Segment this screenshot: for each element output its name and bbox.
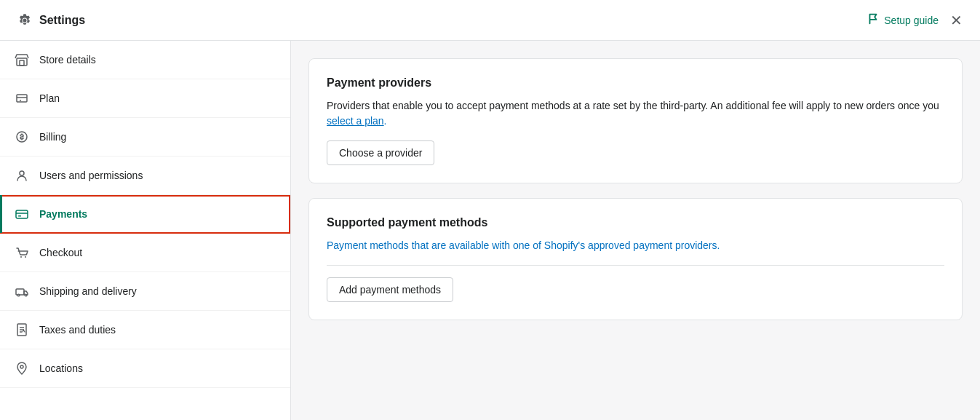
sidebar-label-billing: Billing bbox=[39, 131, 66, 143]
flag-icon bbox=[867, 12, 880, 28]
svg-point-10 bbox=[25, 256, 26, 258]
svg-point-18 bbox=[20, 365, 23, 368]
header-title: Settings bbox=[39, 14, 85, 27]
sidebar-label-shipping: Shipping and delivery bbox=[39, 285, 137, 297]
sidebar-item-locations[interactable]: Locations bbox=[0, 349, 290, 388]
supported-payment-description: Payment methods that are available with … bbox=[327, 238, 944, 253]
billing-icon bbox=[15, 130, 29, 144]
svg-rect-11 bbox=[16, 289, 24, 295]
shipping-icon bbox=[15, 284, 29, 298]
choose-provider-button[interactable]: Choose a provider bbox=[327, 140, 434, 165]
svg-rect-1 bbox=[20, 60, 24, 66]
desc-suffix: . bbox=[384, 115, 387, 127]
sidebar-item-plan[interactable]: Plan bbox=[0, 79, 290, 118]
select-plan-link[interactable]: select a plan bbox=[327, 115, 384, 127]
sidebar-label-users: Users and permissions bbox=[39, 170, 143, 181]
supported-payment-title: Supported payment methods bbox=[327, 216, 944, 229]
main-content: Payment providers Providers that enable … bbox=[291, 41, 980, 420]
header-right: Setup guide ✕ bbox=[867, 12, 963, 29]
users-icon bbox=[15, 168, 29, 183]
desc-prefix: Providers that enable you to accept paym… bbox=[327, 100, 939, 111]
payment-providers-card: Payment providers Providers that enable … bbox=[308, 58, 963, 183]
svg-rect-8 bbox=[18, 215, 21, 217]
setup-guide-button[interactable]: Setup guide bbox=[867, 12, 939, 28]
supported-payment-methods-card: Supported payment methods Payment method… bbox=[308, 198, 963, 320]
sidebar-label-plan: Plan bbox=[39, 92, 60, 104]
close-icon: ✕ bbox=[950, 12, 963, 29]
svg-rect-2 bbox=[17, 95, 27, 102]
payments-icon bbox=[15, 207, 29, 221]
sidebar-item-billing[interactable]: Billing bbox=[0, 118, 290, 156]
close-button[interactable]: ✕ bbox=[950, 12, 963, 29]
header-left: Settings bbox=[17, 13, 85, 28]
sidebar-label-locations: Locations bbox=[39, 362, 83, 374]
main-layout: Store details Plan Billing bbox=[0, 41, 980, 420]
sidebar-item-taxes[interactable]: Taxes and duties bbox=[0, 311, 290, 349]
taxes-icon bbox=[15, 322, 29, 337]
sidebar-item-payments[interactable]: Payments bbox=[0, 195, 290, 234]
svg-rect-7 bbox=[16, 210, 28, 218]
svg-point-9 bbox=[20, 256, 22, 258]
sidebar-item-store-details[interactable]: Store details bbox=[0, 41, 290, 79]
sidebar: Store details Plan Billing bbox=[0, 41, 291, 420]
store-icon bbox=[15, 52, 29, 67]
checkout-icon bbox=[15, 245, 29, 260]
gear-icon bbox=[17, 13, 32, 28]
add-payment-methods-button[interactable]: Add payment methods bbox=[327, 277, 453, 302]
svg-rect-0 bbox=[17, 58, 27, 66]
svg-point-6 bbox=[20, 171, 24, 175]
locations-icon bbox=[15, 361, 29, 376]
sidebar-label-checkout: Checkout bbox=[39, 247, 82, 258]
sidebar-label-store-details: Store details bbox=[39, 54, 96, 66]
payment-providers-title: Payment providers bbox=[327, 76, 944, 90]
plan-icon bbox=[15, 91, 29, 106]
sidebar-item-shipping[interactable]: Shipping and delivery bbox=[0, 272, 290, 311]
sidebar-label-taxes: Taxes and duties bbox=[39, 324, 116, 336]
card-divider bbox=[327, 265, 944, 266]
header: Settings Setup guide ✕ bbox=[0, 0, 980, 41]
sidebar-label-payments: Payments bbox=[39, 208, 87, 220]
payment-providers-description: Providers that enable you to accept paym… bbox=[327, 98, 944, 129]
setup-guide-label: Setup guide bbox=[884, 15, 939, 26]
sidebar-item-checkout[interactable]: Checkout bbox=[0, 234, 290, 272]
sidebar-item-users-permissions[interactable]: Users and permissions bbox=[0, 156, 290, 195]
